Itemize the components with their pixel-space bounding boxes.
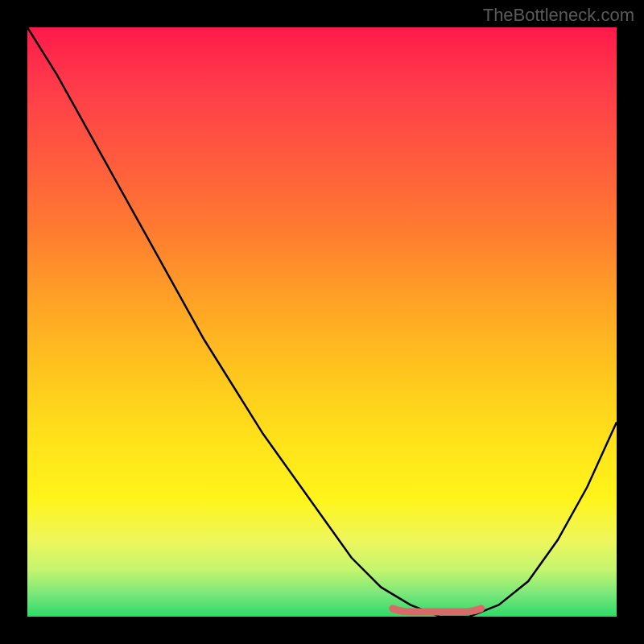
bottleneck-curve-path (27, 27, 617, 617)
bottleneck-curve-svg (27, 27, 617, 617)
optimal-band-path (393, 609, 481, 612)
chart-plot-area (27, 27, 617, 617)
attribution-text: TheBottleneck.com (483, 5, 634, 26)
